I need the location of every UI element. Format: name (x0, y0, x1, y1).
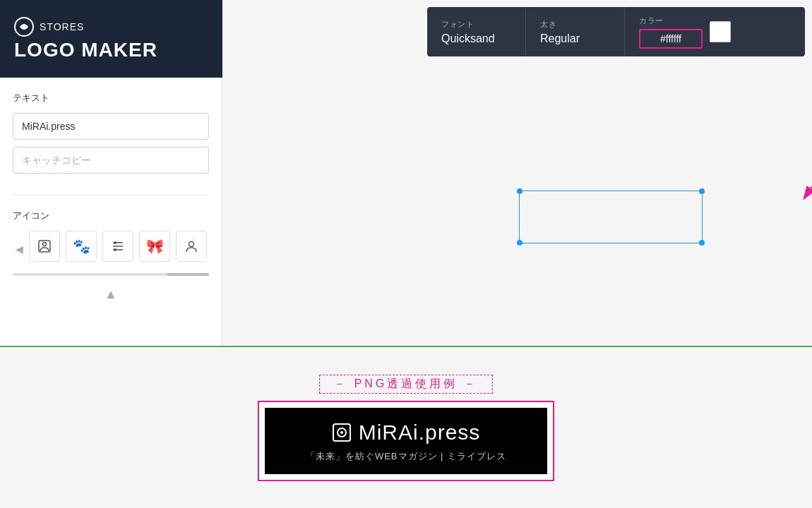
icon-item-1[interactable]: 🐾 (66, 231, 97, 262)
scroll-down-arrow[interactable]: ▲ (105, 287, 117, 302)
app-header: STORES LOGO MAKER (0, 0, 222, 78)
preview-logo-text: MiRAi.press (359, 421, 481, 445)
preview-logo-line: MiRAi.press (332, 421, 481, 445)
svg-point-7 (114, 248, 117, 251)
logo-maker-label: LOGO MAKER (14, 40, 208, 61)
handle-bl (517, 240, 523, 246)
canvas-selection-box[interactable] (519, 190, 703, 243)
main-text-input[interactable] (13, 113, 209, 140)
font-label: フォント (441, 19, 511, 30)
color-input[interactable] (639, 29, 703, 49)
stores-logo-icon (14, 17, 34, 37)
font-value: Quicksand (441, 32, 511, 45)
weight-label: 太き (540, 19, 610, 30)
svg-point-6 (114, 241, 117, 244)
weight-cell[interactable]: 太き Regular (526, 7, 625, 56)
catchcopy-input[interactable] (13, 147, 209, 174)
color-swatch[interactable] (710, 21, 731, 42)
icon-row: 🐾 🎀 (29, 231, 207, 267)
handle-br (699, 240, 705, 246)
color-label: カラー (639, 16, 703, 26)
header-top: STORES (14, 17, 208, 37)
svg-point-8 (189, 242, 194, 247)
icon-item-0[interactable] (29, 231, 60, 262)
text-section-label: テキスト (13, 92, 209, 104)
icon-scrollbar-thumb (167, 273, 209, 276)
png-preview-inner: MiRAi.press 「未来」を紡ぐWEBマガジン | ミライプレス (265, 408, 547, 474)
svg-point-13 (340, 431, 343, 434)
color-cell[interactable]: カラー (625, 7, 745, 56)
section-divider (13, 195, 209, 195)
preview-icon (332, 423, 352, 442)
icon-scrollbar (13, 273, 209, 276)
icon-item-3[interactable]: 🎀 (139, 231, 170, 262)
svg-point-2 (43, 243, 47, 246)
font-toolbar: フォント Quicksand 太き Regular カラー (427, 7, 805, 56)
stores-label: STORES (40, 21, 84, 32)
svg-line-10 (808, 65, 812, 192)
weight-value: Regular (540, 32, 610, 45)
icon-item-2[interactable] (102, 231, 133, 262)
png-preview-box: MiRAi.press 「未来」を紡ぐWEBマガジン | ミライプレス (258, 401, 554, 481)
preview-tagline: 「未来」を紡ぐWEBマガジン | ミライプレス (306, 450, 506, 463)
bottom-png-section: － PNG透過使用例 － MiRAi.press 「未来」を紡ぐWEBマガジン … (0, 346, 812, 508)
icon-item-4[interactable] (176, 231, 207, 262)
font-cell[interactable]: フォント Quicksand (427, 7, 526, 56)
png-label: － PNG透過使用例 － (319, 375, 493, 394)
icon-section-label: アイコン (13, 210, 209, 222)
main-canvas-area: フォント Quicksand 太き Regular カラー (222, 0, 812, 346)
icon-scroll-left[interactable]: ◀ (13, 241, 26, 258)
